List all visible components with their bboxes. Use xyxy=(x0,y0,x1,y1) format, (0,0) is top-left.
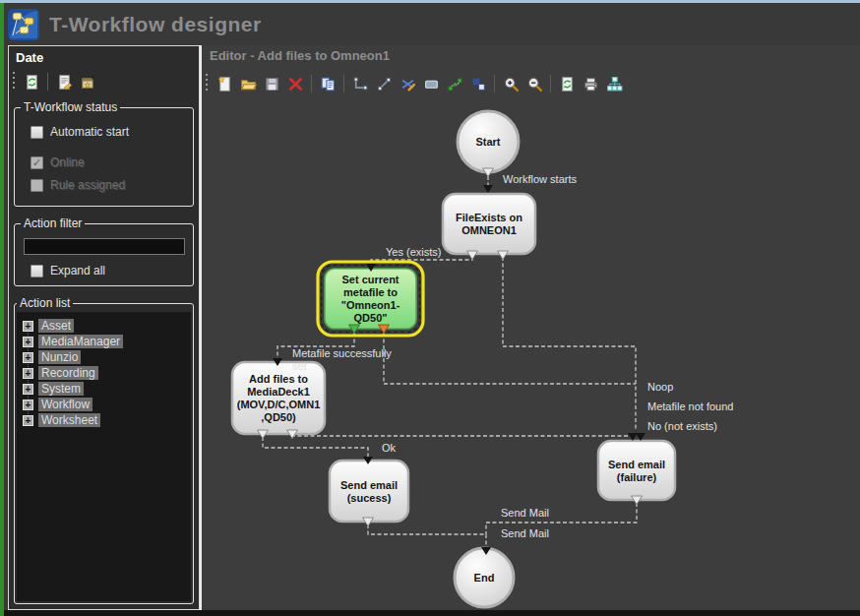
node-send-email-failure[interactable]: Send email(failure) xyxy=(598,441,675,500)
copy-icon xyxy=(320,76,337,92)
print-icon xyxy=(583,76,599,92)
editor-toolbar xyxy=(202,69,860,98)
edge-label: No (not exists) xyxy=(647,420,717,432)
action-list-group: Action list +Asset+MediaManager+Nunzio+R… xyxy=(14,296,194,604)
rule-assigned-checkbox-box xyxy=(31,179,43,192)
tree-item-label: Nunzio xyxy=(38,350,81,364)
edge-no-not-exists xyxy=(503,257,636,431)
action-list-legend: Action list xyxy=(17,296,73,310)
refresh-icon xyxy=(24,74,40,91)
refresh-page-icon xyxy=(559,76,576,92)
online-checkbox: ✓Online xyxy=(31,155,187,169)
toolbar-separator xyxy=(343,75,344,92)
expand-plus-icon[interactable]: + xyxy=(23,400,33,410)
node-send-email-success[interactable]: Send email(sucess) xyxy=(330,461,408,522)
expand-plus-icon[interactable]: + xyxy=(23,337,33,347)
expand-plus-icon[interactable]: + xyxy=(23,352,33,363)
tree-item-nunzio[interactable]: +Nunzio xyxy=(23,349,191,365)
workflow-status-legend: T-Workflow status xyxy=(21,100,120,114)
add-action-icon xyxy=(80,74,96,91)
tree-item-label: Workflow xyxy=(38,398,92,411)
delete-button[interactable] xyxy=(284,73,306,94)
sidebar-panel: Date T-Workflow status Automatic start✓O… xyxy=(8,45,200,610)
expand-plus-icon[interactable]: + xyxy=(23,415,33,426)
toolbar-grip[interactable] xyxy=(12,72,16,92)
edge-label: Send Mail xyxy=(501,527,549,539)
workflow-canvas[interactable]: StartFileExists onOMNEON1Set currentmeta… xyxy=(202,98,860,610)
tree-item-recording[interactable]: +Recording xyxy=(23,365,191,381)
sidebar-toolbar xyxy=(9,67,199,96)
new-icon xyxy=(216,76,233,92)
save-button[interactable] xyxy=(261,73,282,94)
action-filter-group: Action filter Expand all xyxy=(14,216,194,286)
tree-item-label: System xyxy=(38,382,84,396)
expand-all-checkbox[interactable]: Expand all xyxy=(31,264,187,277)
node-start[interactable]: Start xyxy=(458,111,519,172)
automatic-start-checkbox-box[interactable] xyxy=(31,126,43,139)
toolbar-separator xyxy=(550,75,551,92)
edge-label: set xyxy=(292,360,307,372)
expand-plus-icon[interactable]: + xyxy=(23,384,33,395)
svg-text:Set current: Set current xyxy=(341,274,399,285)
window-left-edge xyxy=(0,3,4,616)
tree-item-workflow[interactable]: +Workflow xyxy=(23,397,191,412)
edge-label: Noop xyxy=(647,381,673,393)
expand-all-checkbox-box[interactable] xyxy=(31,265,43,277)
tree-item-mediamanager[interactable]: +MediaManager xyxy=(23,334,191,349)
paste-nodes-button[interactable] xyxy=(467,73,489,94)
edge-label: Workflow starts xyxy=(503,173,577,185)
title-bar: T-Workflow designer xyxy=(4,3,860,45)
svg-text:FileExists on: FileExists on xyxy=(456,212,522,223)
properties-button[interactable] xyxy=(53,71,75,92)
refresh-button[interactable] xyxy=(21,71,42,92)
add-action-button[interactable] xyxy=(77,71,98,92)
edge-label: Ok xyxy=(382,442,397,454)
cut-connector-button[interactable] xyxy=(397,73,418,94)
rule-assigned-checkbox: Rule assigned xyxy=(31,178,187,192)
svg-text:(failure): (failure) xyxy=(617,471,657,483)
online-checkbox-box: ✓ xyxy=(31,156,43,169)
svg-text:Send email: Send email xyxy=(340,479,398,491)
refresh-page-button[interactable] xyxy=(556,73,578,94)
edge-sendmail-success xyxy=(368,524,486,547)
zoom-out-button[interactable] xyxy=(523,73,545,94)
edge-addfiles-failure xyxy=(292,436,631,437)
toolbar-grip[interactable] xyxy=(205,74,209,93)
open-button[interactable] xyxy=(237,73,259,94)
action-filter-input[interactable] xyxy=(24,238,185,255)
node-icon xyxy=(423,76,440,92)
tree-item-system[interactable]: +System xyxy=(23,381,191,397)
zoom-out-icon xyxy=(526,76,543,92)
expand-plus-icon[interactable]: + xyxy=(23,321,33,332)
node-button[interactable] xyxy=(420,73,442,94)
auto-layout-button[interactable] xyxy=(603,73,625,94)
automatic-start-checkbox[interactable]: Automatic start xyxy=(31,125,187,139)
svg-text:(sucess): (sucess) xyxy=(347,492,392,504)
svg-text:MediaDeck1: MediaDeck1 xyxy=(247,386,310,398)
print-button[interactable] xyxy=(580,73,601,94)
line-connector-button[interactable] xyxy=(373,73,395,94)
copy-button[interactable] xyxy=(317,73,338,94)
zoom-in-button[interactable] xyxy=(500,73,522,94)
svg-text:OMNEON1: OMNEON1 xyxy=(461,224,517,236)
node-add-files[interactable]: Add files toMediaDeck1(MOV,D/C,OMN1,QD50… xyxy=(232,362,325,434)
editor-panel: Editor - Add files to Omneon1 StartFileE… xyxy=(202,45,860,610)
new-button[interactable] xyxy=(214,73,235,94)
node-set-current-metafile[interactable]: Set currentmetafile to"Omneon1-QD50" xyxy=(318,262,423,336)
automatic-start-checkbox-label: Automatic start xyxy=(50,125,129,139)
curve-connector-button[interactable] xyxy=(444,73,465,94)
node-end[interactable]: End xyxy=(455,548,514,607)
tree-item-worksheet[interactable]: +Worksheet xyxy=(23,412,191,428)
tree-item-label: Worksheet xyxy=(38,413,100,427)
line-connector-icon xyxy=(376,76,393,92)
tree-item-asset[interactable]: +Asset xyxy=(23,318,191,334)
toolbar-separator xyxy=(311,75,312,92)
edge-label: Yes (exists) xyxy=(386,246,441,258)
svg-text:QD50": QD50" xyxy=(354,312,388,324)
auto-layout-icon xyxy=(606,76,623,92)
expand-plus-icon[interactable]: + xyxy=(23,368,33,379)
curve-connector-icon xyxy=(447,76,463,92)
polyline-connector-button[interactable] xyxy=(349,73,371,94)
arrowhead-icon xyxy=(483,185,493,193)
node-file-exists[interactable]: FileExists onOMNEON1 xyxy=(443,194,535,254)
